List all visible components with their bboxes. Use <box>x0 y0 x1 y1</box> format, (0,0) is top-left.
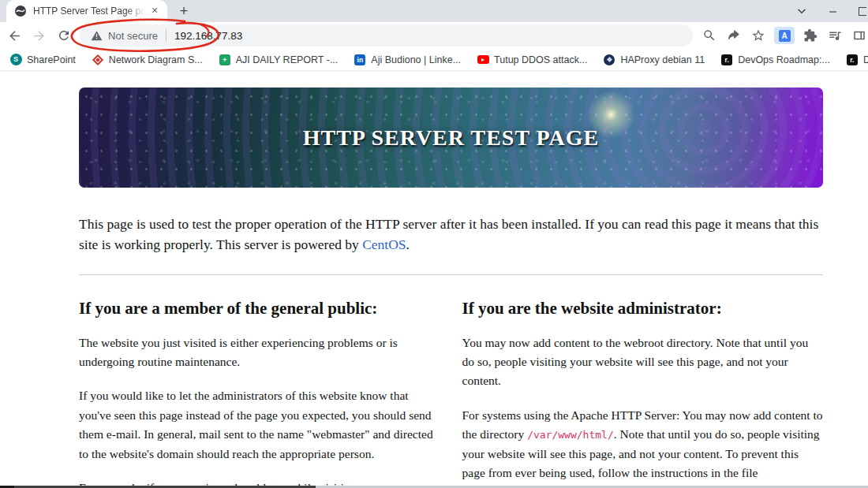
tab-title: HTTP Server Test Page powered <box>33 6 145 17</box>
banner-title: HTTP SERVER TEST PAGE <box>303 125 600 151</box>
browser-tab[interactable]: HTTP Server Test Page powered × <box>6 0 167 22</box>
media-queue-icon[interactable] <box>826 27 844 44</box>
web-page-content: HTTP SERVER TEST PAGE This page is used … <box>0 73 868 486</box>
tab-close-icon[interactable]: × <box>148 5 161 17</box>
bookmark-haproxy[interactable]: HAProxy debian 11 <box>603 54 705 66</box>
bookmark-sharepoint[interactable]: S SharePoint <box>9 54 76 66</box>
paragraph: For systems using the Apache HTTP Server… <box>462 406 824 486</box>
bookmark-network-diagram[interactable]: Network Diagram S... <box>92 54 203 66</box>
apache-webroot-path: /var/www/html/ <box>527 429 614 441</box>
minimize-button[interactable] <box>828 6 838 17</box>
bookmark-youtube[interactable]: Tutup DDOS attack... <box>477 54 587 66</box>
sharepoint-icon: S <box>10 54 22 65</box>
roadmap-icon: r. <box>721 54 732 65</box>
intro-paragraph: This page is used to test the proper ope… <box>79 214 821 255</box>
browser-toolbar: Not secure 192.168.77.83 A <box>0 22 868 49</box>
forward-button[interactable] <box>29 25 49 46</box>
youtube-icon <box>477 55 489 64</box>
extensions-puzzle-icon[interactable] <box>802 27 819 44</box>
paragraph: The website you just visited is either e… <box>79 333 440 372</box>
bookmarks-bar: S SharePoint Network Diagram S... + AJI … <box>0 49 868 72</box>
roadmap-icon: r. <box>847 54 858 65</box>
security-label[interactable]: Not secure <box>108 30 158 42</box>
paragraph: You may now add content to the webroot d… <box>462 333 824 391</box>
site-favicon-icon <box>14 5 27 17</box>
omnibox-divider <box>166 29 166 42</box>
bookmark-linkedin[interactable]: in Aji Budiono | Linke... <box>354 54 461 66</box>
bookmark-daily-report[interactable]: + AJI DAILY REPORT -... <box>219 54 339 66</box>
back-button[interactable] <box>5 25 24 46</box>
reload-button[interactable] <box>54 25 73 46</box>
share-icon[interactable] <box>725 27 743 44</box>
search-icon[interactable] <box>701 27 718 44</box>
not-secure-warning-icon[interactable] <box>91 30 103 42</box>
paragraph: If you would like to let the administrat… <box>79 386 440 464</box>
centos-link[interactable]: CentOS <box>362 237 406 252</box>
general-public-heading: If you are a member of the general publi… <box>79 299 440 319</box>
administrator-column: If you are the website administrator: Yo… <box>462 278 824 486</box>
maximize-button[interactable] <box>859 7 866 16</box>
administrator-heading: If you are the website administrator: <box>462 299 824 319</box>
tab-strip: HTTP Server Test Page powered × + <box>0 0 868 22</box>
section-divider <box>79 274 823 275</box>
bookmark-star-icon[interactable] <box>750 27 767 44</box>
test-page-banner: HTTP SERVER TEST PAGE <box>79 88 823 188</box>
haproxy-icon <box>604 54 615 65</box>
bookmark-devops-roadmap[interactable]: r. DevOps Roadmap:... <box>720 54 830 66</box>
general-public-column: If you are a member of the general publi… <box>79 278 440 486</box>
new-tab-button[interactable]: + <box>175 3 193 20</box>
translate-icon[interactable]: A <box>774 27 795 44</box>
linkedin-icon: in <box>354 54 365 65</box>
tab-search-chevron-icon[interactable] <box>796 6 807 17</box>
paragraph: For example, if you experienced problems… <box>79 479 440 486</box>
diagram-icon <box>92 54 103 65</box>
address-bar[interactable]: Not secure 192.168.77.83 <box>80 24 693 47</box>
side-panel-icon[interactable] <box>851 27 868 44</box>
google-sheets-icon: + <box>219 54 230 65</box>
url-text[interactable]: 192.168.77.83 <box>174 30 242 42</box>
bookmark-docker-roadmap[interactable]: r. Docker Roadmap -... <box>846 54 868 66</box>
